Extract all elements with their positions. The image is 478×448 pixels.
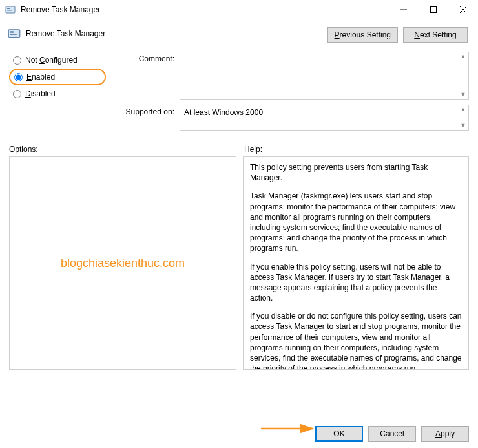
radio-disabled[interactable]: Disabled: [9, 85, 106, 102]
supported-on-label: Supported on:: [112, 105, 174, 131]
policy-icon-large: [8, 27, 21, 40]
scroll-down-icon: ▼: [459, 92, 467, 98]
svg-rect-2: [7, 10, 12, 11]
radio-enabled[interactable]: Enabled: [9, 69, 106, 85]
scroll-down-icon: ▼: [459, 123, 467, 129]
radio-not-configured[interactable]: Not Configured: [9, 52, 106, 69]
apply-button[interactable]: Apply: [421, 426, 469, 442]
svg-rect-9: [10, 34, 17, 35]
supported-on-value: At least Windows 2000: [184, 108, 263, 117]
content-area: Not Configured Enabled Disabled Comment:…: [0, 45, 478, 375]
header-row: Remove Task Manager Previous Setting Nex…: [0, 19, 478, 45]
options-panel: blogchiasekienthuc.com: [9, 156, 236, 370]
titlebar: Remove Task Manager: [0, 0, 478, 19]
help-panel: This policy setting prevents users from …: [243, 156, 469, 370]
svg-rect-1: [7, 8, 10, 9]
svg-rect-4: [431, 7, 437, 13]
window-title: Remove Task Manager: [21, 5, 389, 14]
comment-textarea[interactable]: ▲ ▼: [180, 52, 469, 100]
comment-label: Comment:: [112, 52, 174, 100]
svg-rect-8: [10, 31, 14, 33]
cancel-button[interactable]: Cancel: [368, 426, 416, 442]
watermark-text: blogchiasekienthuc.com: [61, 257, 185, 270]
maximize-button[interactable]: [419, 0, 448, 19]
help-paragraph: This policy setting prevents users from …: [250, 162, 462, 183]
minimize-button[interactable]: [389, 0, 419, 19]
help-paragraph: Task Manager (taskmgr.exe) lets users st…: [250, 191, 462, 253]
policy-title: Remove Task Manager: [26, 29, 105, 38]
annotation-arrow-icon: [260, 422, 318, 439]
help-paragraph: If you disable or do not configure this …: [250, 311, 462, 370]
help-label: Help:: [242, 145, 469, 154]
help-paragraph: If you enable this policy setting, users…: [250, 262, 462, 304]
close-button[interactable]: [448, 0, 478, 19]
scroll-up-icon: ▲: [459, 54, 467, 59]
scroll-up-icon: ▲: [459, 107, 467, 112]
options-label: Options:: [9, 145, 242, 154]
footer-buttons: OK Cancel Apply: [315, 426, 469, 442]
supported-on-value-box: At least Windows 2000 ▲ ▼: [180, 105, 469, 131]
policy-icon: [5, 5, 16, 15]
next-setting-button[interactable]: Next Setting: [403, 27, 468, 43]
state-radio-group: Not Configured Enabled Disabled: [9, 48, 106, 131]
previous-setting-button[interactable]: Previous Setting: [327, 27, 398, 43]
ok-button[interactable]: OK: [315, 426, 363, 442]
window-controls: [389, 0, 478, 19]
